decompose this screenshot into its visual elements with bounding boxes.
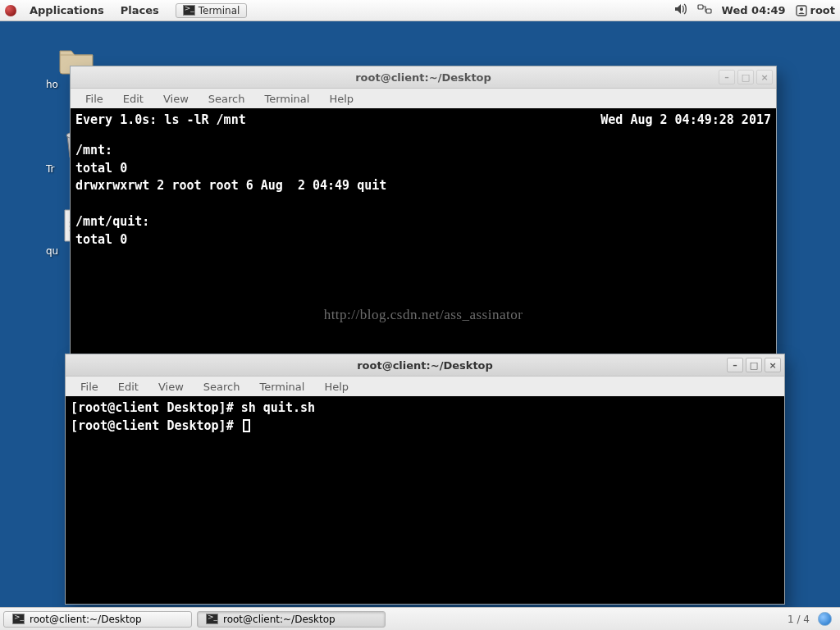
user-menu[interactable]: root <box>796 4 836 16</box>
volume-icon[interactable] <box>674 3 687 17</box>
terminal-icon <box>183 5 195 16</box>
taskbar-item-label: root@client:~/Desktop <box>30 614 142 625</box>
window-buttons: – □ × <box>719 70 773 84</box>
menu-search[interactable]: Search <box>200 91 253 107</box>
watch-output: /mnt: total 0 drwxrwxrwt 2 root root 6 A… <box>75 142 771 249</box>
bottom-panel-right: 1 / 4 <box>788 612 837 626</box>
menu-view[interactable]: View <box>155 91 197 107</box>
menubar: File Edit View Search Terminal Help <box>71 89 776 108</box>
top-panel-left: Applications Places Terminal <box>5 2 247 18</box>
menu-edit[interactable]: Edit <box>110 379 147 395</box>
maximize-button[interactable]: □ <box>737 70 754 84</box>
close-button[interactable]: × <box>756 70 773 84</box>
desktop-icon-label: Tr <box>46 163 55 175</box>
titlebar[interactable]: root@client:~/Desktop – □ × <box>66 354 784 377</box>
taskbar-item-label: root@client:~/Desktop <box>223 614 336 625</box>
menu-help[interactable]: Help <box>321 91 362 107</box>
menu-edit[interactable]: Edit <box>115 91 152 107</box>
user-icon <box>796 5 807 16</box>
minimize-button[interactable]: – <box>719 70 735 84</box>
menu-file[interactable]: File <box>72 379 107 395</box>
distro-icon <box>5 5 16 16</box>
terminal-window-shell[interactable]: root@client:~/Desktop – □ × File Edit Vi… <box>65 354 785 605</box>
panel-running-terminal[interactable]: Terminal <box>176 3 248 18</box>
user-label: root <box>810 4 836 16</box>
desktop-icon-label: ho <box>46 79 58 90</box>
terminal-window-watch[interactable]: root@client:~/Desktop – □ × File Edit Vi… <box>70 66 777 354</box>
command-1: sh quit.sh <box>241 400 315 415</box>
watermark-text: http://blog.csdn.net/ass_assinator <box>324 305 523 326</box>
bottom-panel: root@client:~/Desktop root@client:~/Desk… <box>0 607 840 630</box>
terminal-icon <box>12 614 25 624</box>
prompt-1: [root@client Desktop]# <box>71 400 241 415</box>
cursor-icon <box>243 419 250 432</box>
desktop-icon-label: qu <box>46 245 58 257</box>
watch-header-right: Wed Aug 2 04:49:28 2017 <box>600 112 771 130</box>
menubar: File Edit View Search Terminal Help <box>66 377 784 396</box>
menu-search[interactable]: Search <box>195 379 249 395</box>
prompt-2: [root@client Desktop]# <box>71 418 241 433</box>
window-buttons: – □ × <box>727 358 781 372</box>
top-panel: Applications Places Terminal Wed 04:49 r… <box>0 0 840 21</box>
svg-rect-1 <box>706 9 711 13</box>
workspace-indicator[interactable]: 1 / 4 <box>788 614 810 625</box>
menu-view[interactable]: View <box>150 379 192 395</box>
minimize-button[interactable]: – <box>727 358 743 372</box>
show-desktop-icon[interactable] <box>818 612 832 626</box>
top-panel-right: Wed 04:49 root <box>674 3 835 17</box>
menu-terminal[interactable]: Terminal <box>256 91 317 107</box>
svg-point-3 <box>800 7 803 11</box>
terminal-body[interactable]: [root@client Desktop]# sh quit.sh [root@… <box>66 396 784 604</box>
menu-file[interactable]: File <box>77 91 112 107</box>
network-icon[interactable] <box>697 3 712 17</box>
taskbar-item-1[interactable]: root@client:~/Desktop <box>3 611 192 628</box>
close-button[interactable]: × <box>765 358 781 372</box>
terminal-body[interactable]: Every 1.0s: ls -lR /mnt Wed Aug 2 04:49:… <box>71 108 776 354</box>
taskbar-item-2[interactable]: root@client:~/Desktop <box>197 611 386 628</box>
clock[interactable]: Wed 04:49 <box>722 4 786 16</box>
titlebar[interactable]: root@client:~/Desktop – □ × <box>71 66 776 89</box>
window-title: root@client:~/Desktop <box>355 71 491 84</box>
maximize-button[interactable]: □ <box>746 358 762 372</box>
menu-help[interactable]: Help <box>316 379 357 395</box>
panel-running-label: Terminal <box>199 5 240 16</box>
menu-terminal[interactable]: Terminal <box>251 379 313 395</box>
window-title: root@client:~/Desktop <box>357 359 493 372</box>
svg-rect-0 <box>698 5 703 9</box>
applications-menu[interactable]: Applications <box>23 2 111 18</box>
watch-header-left: Every 1.0s: ls -lR /mnt <box>75 112 246 130</box>
places-menu[interactable]: Places <box>114 2 166 18</box>
terminal-icon <box>206 614 218 624</box>
